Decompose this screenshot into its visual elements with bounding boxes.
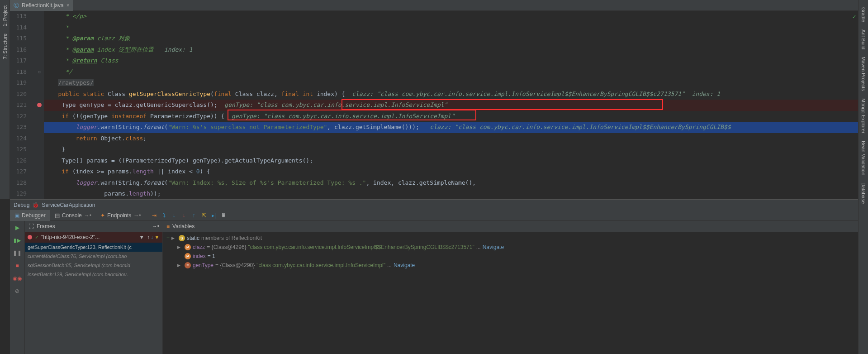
frames-nav-icon[interactable]: →•: [152, 223, 159, 230]
var-static[interactable]: + ▶S static members of ReflectionKit: [166, 234, 854, 243]
navigate-link[interactable]: Navigate: [394, 261, 415, 270]
pause-icon[interactable]: ❚❚: [12, 248, 22, 258]
frame-item-2[interactable]: sqlSessionBatch:85, ServiceImpl (com.bao…: [25, 261, 162, 270]
force-step-icon[interactable]: ↓: [180, 211, 188, 220]
frame-item-0[interactable]: getSuperClassGenricType:123, ReflectionK…: [25, 243, 162, 252]
bug-icon: 🐞: [32, 202, 39, 208]
editor-tab-bar: Ⓒ ReflectionKit.java ×: [10, 0, 858, 11]
tool-bean[interactable]: Bean Validation: [861, 141, 866, 175]
frame-item-1[interactable]: currentModelClass:76, ServiceImpl (com.b…: [25, 252, 162, 261]
tab-reflectionkit[interactable]: Ⓒ ReflectionKit.java ×: [10, 0, 73, 11]
breakpoint-icon[interactable]: [37, 103, 42, 107]
left-tool-window: 1: Project 7: Structure: [0, 0, 10, 199]
endpoints-icon: ✦: [100, 212, 105, 219]
line-gutter: 1131141151161171181191201211221231241251…: [10, 11, 35, 199]
gutter-icons: ⊟: [35, 11, 44, 199]
console-icon: ▤: [55, 212, 60, 219]
step-over-icon[interactable]: ⤵: [160, 211, 168, 220]
param-badge-icon: P: [185, 253, 191, 259]
show-exec-icon[interactable]: ⇥: [150, 211, 158, 220]
run-controls: ▶ ▮▶ ❚❚ ■ ◉◉ ⊘: [10, 221, 25, 354]
tool-structure[interactable]: 7: Structure: [2, 33, 8, 59]
right-tool-window: Gradle Ant Build Maven Projects Mongo Ex…: [858, 0, 868, 354]
resume-icon[interactable]: ▮▶: [12, 235, 22, 245]
tool-mongo[interactable]: Mongo Explorer: [861, 98, 866, 134]
run-config-name: ServiceCarApplication: [42, 202, 95, 208]
thread-selector[interactable]: ✓ "http-nio-9420-exec-2"... ▼ ↑ ↓ ▼: [25, 232, 162, 243]
tab-endpoints[interactable]: ✦Endpoints→•: [96, 210, 146, 221]
rerun-icon[interactable]: ▶: [12, 223, 22, 233]
param-badge-icon: P: [185, 244, 191, 250]
navigate-link[interactable]: Navigate: [483, 243, 504, 252]
var-index[interactable]: ▶P index = 1: [166, 252, 854, 261]
frames-restore-icon[interactable]: ⛶: [28, 223, 34, 230]
tool-project[interactable]: 1: Project: [2, 5, 8, 26]
tab-filename: ReflectionKit.java: [22, 2, 64, 9]
step-toolbar: ⇥ ⤵ ↓ ↓ ↑ ⇱ ▸| 🖩: [150, 211, 228, 220]
local-badge-icon: ≡: [185, 262, 191, 268]
view-breakpoints-icon[interactable]: ◉◉: [12, 273, 22, 283]
debug-tab-bar: ▣Debugger ▤Console→• ✦Endpoints→• ⇥ ⤵ ↓ …: [10, 210, 858, 221]
frame-list: getSuperClassGenricType:123, ReflectionK…: [25, 243, 162, 279]
thread-bp-icon: [28, 235, 32, 239]
step-into-icon[interactable]: ↓: [170, 211, 178, 220]
next-frame-icon[interactable]: ↓: [151, 234, 153, 240]
tab-debugger[interactable]: ▣Debugger: [10, 210, 50, 221]
inspection-ok-icon: ✓: [853, 13, 856, 20]
tool-database[interactable]: Database: [861, 182, 866, 204]
java-class-icon: Ⓒ: [14, 2, 19, 10]
tab-console[interactable]: ▤Console→•: [50, 210, 96, 221]
variables-header: ≡ Variables: [163, 221, 858, 232]
debug-header: Debug 🐞 ServiceCarApplication: [10, 199, 858, 210]
code-editor[interactable]: 1131141151161171181191201211221231241251…: [10, 11, 858, 199]
tool-gradle[interactable]: Gradle: [861, 7, 866, 22]
mute-breakpoints-icon[interactable]: ⊘: [12, 286, 22, 296]
step-out-icon[interactable]: ↑: [190, 211, 198, 220]
var-gentype[interactable]: ▶≡ genType = {Class@4290} "class com.yby…: [166, 261, 854, 270]
debugger-icon: ▣: [14, 212, 19, 219]
run-cursor-icon[interactable]: ▸|: [210, 211, 218, 220]
static-badge-icon: S: [179, 235, 185, 241]
tool-maven[interactable]: Maven Projects: [861, 57, 866, 91]
evaluate-icon[interactable]: 🖩: [220, 211, 228, 220]
highlight-box-1: [342, 99, 663, 110]
chevron-down-icon[interactable]: ▼: [139, 234, 144, 240]
prev-frame-icon[interactable]: ↑: [147, 234, 150, 240]
frames-header: ⛶ Frames →•: [25, 221, 163, 232]
add-watch-icon[interactable]: +: [166, 234, 170, 243]
highlight-box-2: [228, 110, 476, 120]
drop-frame-icon[interactable]: ⇱: [200, 211, 208, 220]
filter-frames-icon[interactable]: ▼: [154, 234, 160, 240]
stop-icon[interactable]: ■: [12, 261, 22, 271]
frames-panel: ✓ "http-nio-9420-exec-2"... ▼ ↑ ↓ ▼ getS…: [25, 232, 163, 354]
frame-item-3[interactable]: insertBatch:129, ServiceImpl (com.baomid…: [25, 270, 162, 279]
thread-check-icon: ✓: [35, 235, 38, 240]
variables-panel: ▦ ⛶ + ▶S static members of ReflectionKit…: [163, 232, 858, 354]
variables-icon: ≡: [166, 223, 170, 230]
fold-icon[interactable]: ⊟: [38, 70, 40, 74]
tool-ant[interactable]: Ant Build: [861, 29, 866, 49]
close-icon[interactable]: ×: [66, 2, 70, 9]
debug-label: Debug: [14, 202, 29, 208]
var-clazz[interactable]: ▶P clazz = {Class@4296} "class com.ybyc.…: [166, 243, 854, 252]
